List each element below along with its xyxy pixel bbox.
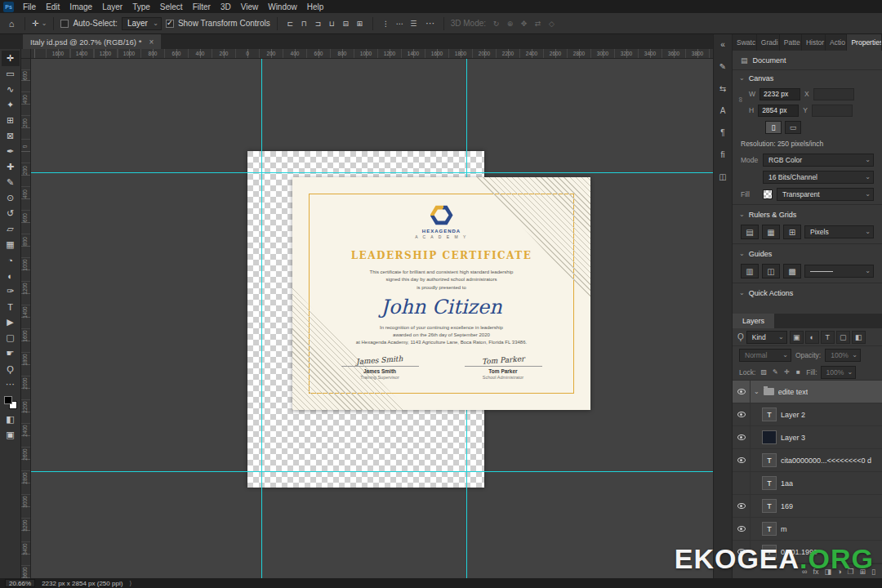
lock-pixels-icon[interactable]: ✎ — [770, 368, 780, 376]
status-chevron-icon[interactable]: ⟩ — [129, 580, 131, 587]
eraser-tool[interactable]: ▱ — [2, 221, 20, 237]
horizontal-guide[interactable] — [31, 471, 713, 472]
move-tool[interactable]: ✛ — [2, 51, 20, 66]
layer-visibility-toggle[interactable] — [733, 472, 751, 494]
layer-row[interactable]: T169 — [733, 495, 882, 518]
screen-mode-icon[interactable]: ▣ — [2, 427, 20, 443]
layer-filter-kind-dropdown[interactable]: Kind — [746, 331, 787, 344]
canvas-viewport[interactable]: HEXAGENDA A C A D E M Y LEADERSHIP CERTI… — [31, 59, 713, 578]
home-icon[interactable]: ⌂ — [5, 16, 18, 31]
lasso-tool[interactable]: ∿ — [2, 82, 20, 97]
menu-view[interactable]: View — [236, 0, 264, 13]
new-guide-icon[interactable]: ▥ — [741, 264, 759, 278]
clear-guides-icon[interactable]: ▩ — [783, 264, 801, 278]
blend-mode-dropdown[interactable]: Normal — [739, 349, 791, 362]
filter-shape-layers-icon[interactable]: ▢ — [836, 331, 850, 344]
landscape-orientation-button[interactable]: ▭ — [785, 121, 801, 134]
color-swatches[interactable] — [4, 396, 17, 409]
eyedropper-tool[interactable]: ✒ — [2, 144, 20, 159]
rulers-grids-section-header[interactable]: Rulers & Grids — [733, 207, 882, 222]
3d-slide-icon[interactable]: ⇄ — [532, 16, 544, 31]
layer-row[interactable]: TLayer 2 — [733, 403, 882, 426]
fill-opacity-dropdown[interactable]: 100% — [821, 366, 857, 379]
panel-tab-properties[interactable]: Properties — [847, 34, 882, 51]
close-tab-icon[interactable]: × — [149, 38, 154, 47]
rectangular-marquee-tool[interactable]: ▭ — [2, 66, 20, 82]
guides-section-header[interactable]: Guides — [733, 246, 882, 261]
panel-tab-swatc[interactable]: Swatc — [733, 34, 757, 51]
libraries-panel-icon[interactable]: ◫ — [715, 169, 731, 184]
pen-tool[interactable]: ✑ — [2, 283, 20, 299]
menu-help[interactable]: Help — [302, 0, 329, 13]
distribute-vertical-icon[interactable]: ⋮ — [380, 16, 392, 31]
horizontal-guide[interactable] — [31, 172, 713, 173]
rectangle-tool[interactable]: ▢ — [2, 330, 20, 345]
blur-tool[interactable]: ◔ — [2, 252, 20, 268]
history-brush-tool[interactable]: ↺ — [2, 206, 20, 221]
lock-all-icon[interactable]: ■ — [793, 368, 803, 376]
show-transform-controls-checkbox[interactable] — [166, 20, 174, 28]
panel-tab-gradi[interactable]: Gradi — [757, 34, 780, 51]
width-input[interactable]: 2232 px — [760, 88, 800, 100]
foreground-color-swatch[interactable] — [4, 396, 12, 404]
ruler-origin-box[interactable] — [21, 49, 31, 59]
horizontal-ruler[interactable]: 1600140012001000800600400200020040060080… — [31, 49, 713, 59]
menu-select[interactable]: Select — [155, 0, 188, 13]
certificate-artwork[interactable]: HEXAGENDA A C A D E M Y LEADERSHIP CERTI… — [292, 177, 590, 410]
layer-visibility-toggle[interactable] — [733, 495, 751, 517]
filter-type-layers-icon[interactable]: T — [821, 331, 835, 344]
align-vertical-centers-icon[interactable]: ⊟ — [340, 16, 352, 31]
more-options-icon[interactable]: ⋯ — [424, 16, 437, 31]
current-tool-icon[interactable]: ✛ — [32, 19, 47, 28]
align-bottom-edges-icon[interactable]: ⊞ — [354, 16, 366, 31]
color-mode-dropdown[interactable]: RGB Color — [763, 154, 874, 167]
layer-row[interactable]: Tcita0000000...<<<<<<<<0 d — [733, 449, 882, 472]
quick-actions-section-header[interactable]: Quick Actions — [733, 285, 882, 301]
layer-row[interactable]: ⌄edite text — [733, 381, 882, 403]
filter-adjustment-layers-icon[interactable]: ◐ — [805, 331, 819, 344]
menu-type[interactable]: Type — [127, 0, 155, 13]
snap-icon[interactable]: ⊞ — [783, 225, 801, 239]
menu-file[interactable]: File — [18, 0, 41, 13]
guide-layout-icon[interactable]: ◫ — [762, 264, 780, 278]
brush-settings-panel-icon[interactable]: ✎ — [715, 59, 731, 74]
type-tool[interactable]: T — [2, 299, 20, 314]
vertical-guide[interactable] — [261, 59, 262, 578]
canvas-section-header[interactable]: Canvas — [733, 70, 882, 86]
zoom-tool[interactable]: Ϙ — [2, 361, 20, 376]
align-top-edges-icon[interactable]: ⊔ — [326, 16, 338, 31]
3d-rotate-icon[interactable]: ↻ — [490, 16, 502, 31]
align-horizontal-centers-icon[interactable]: ⊓ — [298, 16, 310, 31]
layer-visibility-toggle[interactable] — [733, 381, 751, 403]
clone-stamp-tool[interactable]: ⊙ — [2, 190, 20, 206]
3d-roll-icon[interactable]: ⊕ — [504, 16, 516, 31]
panel-tab-histor[interactable]: Histor — [802, 34, 826, 51]
document-tab[interactable]: Italy id.psd @ 20.7% (RGB/16) * × — [23, 34, 161, 49]
canvas-fill-dropdown[interactable]: Transparent — [777, 188, 874, 201]
collapse-dock-icon[interactable]: « — [715, 37, 731, 51]
tab-layers[interactable]: Layers — [733, 314, 774, 328]
edit-toolbar-icon[interactable]: ⋯ — [2, 376, 20, 392]
3d-pan-icon[interactable]: ✥ — [518, 16, 530, 31]
panel-tab-actio[interactable]: Actio — [826, 34, 847, 51]
glyphs-panel-icon[interactable]: ﬁ — [715, 147, 731, 162]
quick-mask-icon[interactable]: ◧ — [2, 412, 20, 427]
opacity-dropdown[interactable]: 100% — [825, 349, 861, 362]
auto-select-checkbox[interactable] — [60, 20, 69, 28]
3d-scale-icon[interactable]: ◇ — [546, 16, 558, 31]
filter-pixel-layers-icon[interactable]: ▣ — [790, 331, 804, 344]
height-input[interactable]: 2854 px — [758, 105, 799, 117]
paragraph-panel-icon[interactable]: ¶ — [715, 125, 731, 140]
menu-filter[interactable]: Filter — [188, 0, 216, 13]
layer-visibility-toggle[interactable] — [733, 426, 751, 448]
menu-3d[interactable]: 3D — [216, 0, 236, 13]
dodge-tool[interactable]: ◐ — [2, 268, 20, 283]
layer-visibility-toggle[interactable] — [733, 403, 751, 425]
chevron-down-icon[interactable]: ⌄ — [754, 388, 760, 395]
filter-smart-objects-icon[interactable]: ◧ — [852, 331, 866, 344]
menu-window[interactable]: Window — [263, 0, 302, 13]
layer-visibility-toggle[interactable] — [733, 449, 751, 471]
menu-layer[interactable]: Layer — [97, 0, 127, 13]
distribute-horizontal-icon[interactable]: ⋯ — [394, 16, 406, 31]
brush-tool[interactable]: ✎ — [2, 175, 20, 190]
